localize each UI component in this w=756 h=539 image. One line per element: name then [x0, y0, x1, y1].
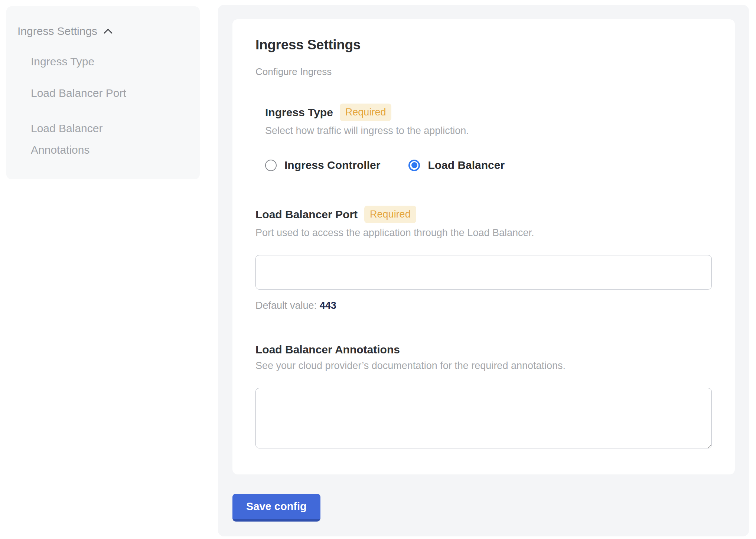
default-value-number: 443 — [320, 300, 336, 311]
lb-annotations-label: Load Balancer Annotations — [255, 343, 400, 356]
sidebar-section-title: Ingress Settings — [17, 25, 97, 37]
lb-port-label: Load Balancer Port — [255, 208, 358, 221]
section-load-balancer-annotations: Load Balancer Annotations See your cloud… — [255, 343, 712, 450]
page-title: Ingress Settings — [255, 37, 712, 53]
lb-port-description: Port used to access the application thro… — [255, 227, 712, 239]
page-subtitle: Configure Ingress — [255, 66, 712, 78]
section-load-balancer-port: Load Balancer Port Required Port used to… — [255, 206, 712, 311]
radio-option-load-balancer[interactable]: Load Balancer — [408, 159, 505, 172]
radio-label-load-balancer: Load Balancer — [428, 159, 505, 172]
ingress-type-radio-group: Ingress Controller Load Balancer — [265, 159, 712, 172]
settings-panel: Ingress Settings Configure Ingress Ingre… — [218, 5, 749, 536]
radio-selected-icon[interactable] — [408, 160, 420, 171]
lb-port-default-line: Default value: 443 — [255, 300, 712, 311]
lb-annotations-textarea[interactable] — [255, 388, 712, 448]
required-badge: Required — [340, 104, 392, 121]
lb-port-input[interactable] — [255, 255, 712, 290]
sidebar-item-load-balancer-annotations[interactable]: Load Balancer Annotations — [31, 118, 153, 161]
ingress-type-description: Select how traffic will ingress to the a… — [265, 125, 712, 137]
lb-annotations-description: See your cloud provider’s documentation … — [255, 360, 712, 372]
required-badge: Required — [364, 206, 416, 223]
section-ingress-type: Ingress Type Required Select how traffic… — [265, 104, 712, 172]
chevron-up-icon[interactable] — [103, 28, 113, 35]
sidebar-section-ingress-settings[interactable]: Ingress Settings — [17, 25, 189, 37]
radio-option-ingress-controller[interactable]: Ingress Controller — [265, 159, 380, 172]
sidebar-item-ingress-type[interactable]: Ingress Type — [31, 55, 153, 69]
default-value-label: Default value: — [255, 300, 317, 311]
config-nav-sidebar: Ingress Settings Ingress Type Load Balan… — [6, 6, 200, 179]
save-config-button[interactable]: Save config — [232, 494, 320, 522]
sidebar-item-list: Ingress Type Load Balancer Port Load Bal… — [31, 55, 189, 161]
radio-unselected-icon[interactable] — [265, 160, 277, 171]
radio-label-ingress-controller: Ingress Controller — [284, 159, 380, 172]
ingress-settings-card: Ingress Settings Configure Ingress Ingre… — [232, 19, 735, 474]
ingress-type-label: Ingress Type — [265, 106, 333, 119]
sidebar-item-load-balancer-port[interactable]: Load Balancer Port — [31, 86, 153, 100]
